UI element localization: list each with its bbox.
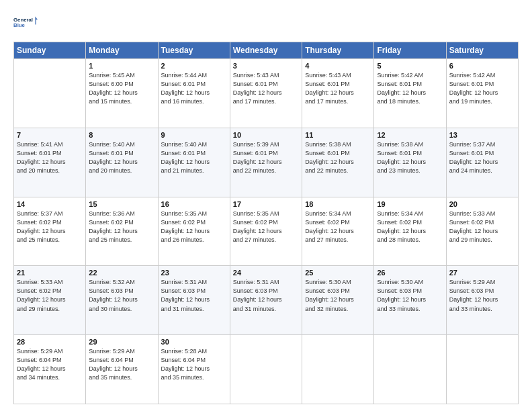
table-cell: 22Sunrise: 5:32 AM Sunset: 6:03 PM Dayli… (86, 266, 158, 335)
day-number: 30 (161, 338, 227, 346)
table-cell (374, 335, 446, 404)
day-number: 7 (17, 131, 83, 139)
header-monday: Monday (86, 42, 158, 59)
table-cell: 28Sunrise: 5:29 AM Sunset: 6:04 PM Dayli… (14, 335, 86, 404)
table-cell: 16Sunrise: 5:35 AM Sunset: 6:02 PM Dayli… (158, 197, 230, 266)
week-row-1: 1Sunrise: 5:45 AM Sunset: 6:00 PM Daylig… (14, 59, 519, 128)
day-info: Sunrise: 5:32 AM Sunset: 6:03 PM Dayligh… (89, 278, 154, 313)
table-cell: 3Sunrise: 5:43 AM Sunset: 6:01 PM Daylig… (230, 59, 302, 128)
table-cell: 11Sunrise: 5:38 AM Sunset: 6:01 PM Dayli… (302, 128, 374, 197)
day-number: 23 (161, 269, 227, 277)
header-tuesday: Tuesday (158, 42, 230, 59)
table-cell: 13Sunrise: 5:37 AM Sunset: 6:01 PM Dayli… (446, 128, 518, 197)
week-row-3: 14Sunrise: 5:37 AM Sunset: 6:02 PM Dayli… (14, 197, 519, 266)
day-number: 27 (449, 269, 515, 277)
table-cell (14, 59, 86, 128)
svg-text:General: General (13, 17, 33, 23)
svg-marker-2 (35, 16, 38, 24)
day-info: Sunrise: 5:38 AM Sunset: 6:01 PM Dayligh… (377, 140, 443, 175)
table-cell: 4Sunrise: 5:43 AM Sunset: 6:01 PM Daylig… (302, 59, 374, 128)
table-cell (230, 335, 302, 404)
day-number: 22 (89, 269, 154, 277)
day-number: 16 (161, 200, 227, 208)
table-cell: 2Sunrise: 5:44 AM Sunset: 6:01 PM Daylig… (158, 59, 230, 128)
header-saturday: Saturday (446, 42, 518, 59)
day-info: Sunrise: 5:39 AM Sunset: 6:01 PM Dayligh… (233, 140, 299, 175)
day-info: Sunrise: 5:31 AM Sunset: 6:03 PM Dayligh… (233, 278, 299, 313)
day-number: 15 (89, 200, 154, 208)
day-number: 11 (305, 131, 371, 139)
table-cell: 24Sunrise: 5:31 AM Sunset: 6:03 PM Dayli… (230, 266, 302, 335)
header-wednesday: Wednesday (230, 42, 302, 59)
day-info: Sunrise: 5:29 AM Sunset: 6:04 PM Dayligh… (89, 347, 154, 382)
table-cell: 17Sunrise: 5:35 AM Sunset: 6:02 PM Dayli… (230, 197, 302, 266)
table-cell: 19Sunrise: 5:34 AM Sunset: 6:02 PM Dayli… (374, 197, 446, 266)
day-number: 8 (89, 131, 154, 139)
day-number: 18 (305, 200, 371, 208)
table-cell: 15Sunrise: 5:36 AM Sunset: 6:02 PM Dayli… (86, 197, 158, 266)
calendar-page: General Blue SundayMondayTuesdayWednesda… (0, 0, 532, 411)
day-info: Sunrise: 5:31 AM Sunset: 6:03 PM Dayligh… (161, 278, 227, 313)
logo-svg: General Blue (13, 11, 38, 35)
svg-text:Blue: Blue (13, 22, 26, 28)
logo: General Blue (13, 11, 38, 35)
table-cell: 9Sunrise: 5:40 AM Sunset: 6:01 PM Daylig… (158, 128, 230, 197)
day-info: Sunrise: 5:41 AM Sunset: 6:01 PM Dayligh… (17, 140, 83, 175)
day-number: 19 (377, 200, 443, 208)
day-number: 29 (89, 338, 154, 346)
day-number: 4 (305, 62, 371, 70)
day-number: 25 (305, 269, 371, 277)
table-cell: 12Sunrise: 5:38 AM Sunset: 6:01 PM Dayli… (374, 128, 446, 197)
day-info: Sunrise: 5:42 AM Sunset: 6:01 PM Dayligh… (449, 71, 515, 106)
table-cell: 14Sunrise: 5:37 AM Sunset: 6:02 PM Dayli… (14, 197, 86, 266)
day-info: Sunrise: 5:37 AM Sunset: 6:02 PM Dayligh… (17, 210, 83, 244)
page-header: General Blue (13, 11, 519, 35)
table-cell: 26Sunrise: 5:30 AM Sunset: 6:03 PM Dayli… (374, 266, 446, 335)
day-info: Sunrise: 5:29 AM Sunset: 6:04 PM Dayligh… (17, 347, 83, 382)
day-info: Sunrise: 5:43 AM Sunset: 6:01 PM Dayligh… (305, 71, 371, 106)
calendar-body: 1Sunrise: 5:45 AM Sunset: 6:00 PM Daylig… (14, 59, 519, 404)
day-number: 13 (449, 131, 515, 139)
day-info: Sunrise: 5:37 AM Sunset: 6:01 PM Dayligh… (449, 140, 515, 175)
table-cell: 23Sunrise: 5:31 AM Sunset: 6:03 PM Dayli… (158, 266, 230, 335)
table-cell: 7Sunrise: 5:41 AM Sunset: 6:01 PM Daylig… (14, 128, 86, 197)
table-cell (446, 335, 518, 404)
day-number: 9 (161, 131, 227, 139)
table-cell (302, 335, 374, 404)
table-cell: 25Sunrise: 5:30 AM Sunset: 6:03 PM Dayli… (302, 266, 374, 335)
day-number: 17 (233, 200, 299, 208)
table-cell: 1Sunrise: 5:45 AM Sunset: 6:00 PM Daylig… (86, 59, 158, 128)
table-cell: 29Sunrise: 5:29 AM Sunset: 6:04 PM Dayli… (86, 335, 158, 404)
day-number: 28 (17, 338, 83, 346)
day-info: Sunrise: 5:30 AM Sunset: 6:03 PM Dayligh… (377, 278, 443, 313)
day-number: 26 (377, 269, 443, 277)
table-cell: 5Sunrise: 5:42 AM Sunset: 6:01 PM Daylig… (374, 59, 446, 128)
day-info: Sunrise: 5:38 AM Sunset: 6:01 PM Dayligh… (305, 140, 371, 175)
day-info: Sunrise: 5:40 AM Sunset: 6:01 PM Dayligh… (161, 140, 227, 175)
day-number: 10 (233, 131, 299, 139)
day-info: Sunrise: 5:36 AM Sunset: 6:02 PM Dayligh… (89, 210, 154, 244)
table-cell: 27Sunrise: 5:29 AM Sunset: 6:03 PM Dayli… (446, 266, 518, 335)
calendar-header: SundayMondayTuesdayWednesdayThursdayFrid… (14, 42, 519, 59)
day-number: 14 (17, 200, 83, 208)
day-number: 3 (233, 62, 299, 70)
header-row: SundayMondayTuesdayWednesdayThursdayFrid… (14, 42, 519, 59)
week-row-2: 7Sunrise: 5:41 AM Sunset: 6:01 PM Daylig… (14, 128, 519, 197)
week-row-4: 21Sunrise: 5:33 AM Sunset: 6:02 PM Dayli… (14, 266, 519, 335)
table-cell: 30Sunrise: 5:28 AM Sunset: 6:04 PM Dayli… (158, 335, 230, 404)
day-info: Sunrise: 5:40 AM Sunset: 6:01 PM Dayligh… (89, 140, 154, 175)
week-row-5: 28Sunrise: 5:29 AM Sunset: 6:04 PM Dayli… (14, 335, 519, 404)
calendar-table: SundayMondayTuesdayWednesdayThursdayFrid… (13, 42, 519, 404)
day-number: 5 (377, 62, 443, 70)
table-cell: 10Sunrise: 5:39 AM Sunset: 6:01 PM Dayli… (230, 128, 302, 197)
day-number: 6 (449, 62, 515, 70)
day-info: Sunrise: 5:35 AM Sunset: 6:02 PM Dayligh… (161, 210, 227, 244)
day-number: 1 (89, 62, 154, 70)
day-info: Sunrise: 5:44 AM Sunset: 6:01 PM Dayligh… (161, 71, 227, 106)
header-friday: Friday (374, 42, 446, 59)
day-number: 12 (377, 131, 443, 139)
day-number: 24 (233, 269, 299, 277)
day-info: Sunrise: 5:28 AM Sunset: 6:04 PM Dayligh… (161, 347, 227, 382)
day-info: Sunrise: 5:43 AM Sunset: 6:01 PM Dayligh… (233, 71, 299, 106)
table-cell: 20Sunrise: 5:33 AM Sunset: 6:02 PM Dayli… (446, 197, 518, 266)
